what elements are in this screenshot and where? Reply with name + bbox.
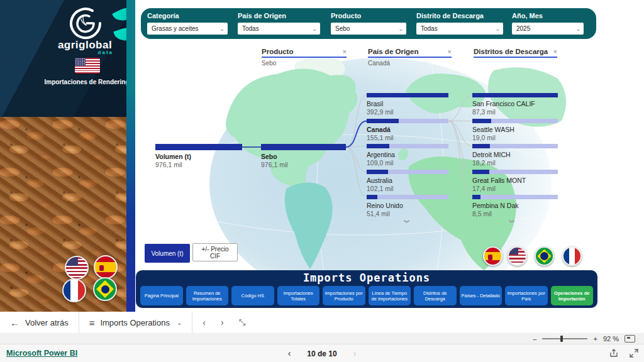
filter-dropdown-distrito[interactable]: Todas ⌄ [416, 23, 503, 35]
agriglobal-logo-icon [69, 6, 103, 43]
tree-node-country[interactable]: Brasil 392,9 mil [367, 93, 448, 116]
close-icon[interactable]: × [553, 48, 557, 55]
nav-importaciones-totales[interactable]: Importaciones Totales [277, 286, 320, 305]
node-label: Argentina [367, 151, 448, 158]
usa-flag-button[interactable] [65, 256, 89, 280]
toolbar-nav-controls: ‹ › ⤡ [192, 312, 255, 333]
report-selector-label: Imports Operations [100, 318, 170, 327]
report-page-nav: Imports Operations Página Principal Resu… [136, 270, 597, 308]
next-page-chevron[interactable]: › [353, 348, 357, 358]
filter-dropdown-producto[interactable]: Sebo ⌄ [331, 23, 406, 35]
tree-header-pais: País de Origen × Canadá [368, 48, 452, 67]
node-bar [367, 170, 448, 174]
report-selector[interactable]: ≡ Imports Operations ⌄ [79, 312, 192, 333]
decomposition-tree: Producto × Sebo País de Origen × Canadá … [142, 44, 601, 272]
node-label: Brasil [367, 100, 448, 107]
filter-value: Sebo [335, 25, 350, 32]
zoom-out-button[interactable]: – [533, 335, 536, 343]
chevron-down-icon: ⌄ [219, 26, 225, 32]
tree-node-sebo[interactable]: Sebo 976,1 mil [261, 144, 346, 168]
tree-header-distritos: Distritos de Descarga × [474, 48, 557, 60]
brazil-flag-button[interactable] [535, 246, 554, 266]
price-cif-toggle-button[interactable]: +/- Precio CIF [192, 243, 238, 261]
france-flag-button[interactable] [562, 246, 582, 266]
close-icon[interactable]: × [448, 48, 452, 55]
back-arrow-icon: ← [10, 317, 19, 328]
back-button[interactable]: ← Volver atrás [0, 312, 79, 333]
filter-dropdown-categoria[interactable]: Grasas y aceites ⌄ [147, 23, 228, 35]
france-flag-button[interactable] [62, 278, 86, 302]
scroll-more-districts-chevron[interactable]: ⌄ [506, 215, 517, 224]
scroll-more-countries-chevron[interactable]: ⌄ [401, 215, 412, 224]
tree-node-district[interactable]: Pembina N Dak 8,5 mil [472, 195, 558, 217]
node-bar [155, 144, 242, 150]
filter-dropdown-anio-mes[interactable]: 2025 ⌄ [512, 23, 584, 35]
collapse-icon[interactable]: ⤡ [239, 317, 245, 327]
tree-node-root[interactable]: Volumen (t) 976,1 mil [155, 144, 242, 168]
sidebar: agriglobal data Importaciones de Renderi… [0, 0, 135, 312]
usa-flag-button[interactable] [508, 246, 527, 266]
volume-measure-button[interactable]: Volumen (t) [145, 244, 190, 263]
fit-to-page-icon[interactable] [625, 335, 635, 343]
tree-node-district[interactable]: Detroit MICH 18,2 mil [472, 144, 558, 167]
tree-header-producto: Producto × Sebo [262, 48, 347, 67]
filter-label: Año, Mes [512, 12, 584, 19]
tree-node-country[interactable]: Reino Unido 51,4 mil [367, 195, 448, 217]
nav-operaciones-importacion[interactable]: Operaciones de Importación [551, 286, 594, 305]
chevron-down-icon: ⌄ [177, 319, 182, 326]
prev-page-chevron[interactable]: ‹ [288, 348, 291, 358]
tree-node-country[interactable]: Australia 102,1 mil [367, 170, 448, 192]
nav-pagina-principal[interactable]: Página Principal [140, 286, 183, 305]
back-label: Volver atrás [25, 318, 69, 327]
tree-node-district[interactable]: Great Falls MONT 17,4 mil [472, 170, 558, 192]
page-nav-buttons: Página Principal Resumen de Importacione… [140, 286, 593, 305]
nav-linea-tiempo[interactable]: Línea de Tiempo de Importaciones [369, 286, 411, 305]
chevron-down-icon: ⌄ [575, 26, 580, 32]
tree-header-subtitle: Canadá [368, 60, 452, 67]
filter-categoria: Categoría Grasas y aceites ⌄ [147, 12, 228, 35]
fullscreen-toggle-icon[interactable] [629, 348, 639, 358]
zoom-slider[interactable] [542, 338, 587, 339]
filter-value: 2025 [516, 25, 530, 32]
brazil-flag-button[interactable] [93, 277, 117, 301]
node-label: Sebo [261, 153, 346, 160]
filter-label: Categoría [147, 12, 228, 19]
tree-node-country-selected[interactable]: Canadá 155,1 mil [367, 119, 448, 141]
filter-bar: Categoría Grasas y aceites ⌄ País de Ori… [141, 8, 596, 39]
node-bar [367, 93, 448, 97]
close-icon[interactable]: × [343, 48, 347, 55]
filter-dropdown-pais-origen[interactable]: Todas ⌄ [238, 23, 320, 35]
node-label: Canadá [367, 126, 448, 133]
tree-node-district[interactable]: San Francisco CALIF 87,3 mil [472, 93, 558, 116]
tree-node-district[interactable]: Seattle WASH 19,0 mil [472, 119, 558, 141]
node-label: Volumen (t) [155, 153, 242, 160]
node-bar [472, 93, 558, 97]
next-page-arrow[interactable]: › [221, 317, 224, 327]
nav-importaciones-producto[interactable]: Importaciones por Producto [323, 286, 365, 305]
spain-flag-button[interactable] [483, 246, 502, 266]
node-value: 109,0 mil [367, 159, 448, 167]
sidebar-caption: Importaciones de Rendering [30, 79, 126, 85]
nav-importaciones-pais[interactable]: Importaciones por País [505, 286, 548, 305]
spain-flag-button[interactable] [94, 255, 118, 279]
node-value: 18,2 mil [472, 159, 558, 167]
zoom-slider-thumb[interactable] [560, 336, 563, 342]
filter-value: Grasas y aceites [152, 25, 198, 32]
tree-header-title: País de Origen [368, 48, 419, 55]
zoom-in-button[interactable]: + [593, 335, 597, 343]
share-icon[interactable] [609, 348, 619, 358]
tree-node-country[interactable]: Argentina 109,0 mil [367, 144, 448, 167]
sidebar-brand-panel: agriglobal data Importaciones de Renderi… [0, 0, 126, 117]
brand-subtitle: data [31, 50, 113, 55]
nav-paises-detallado[interactable]: Países - Detallado [460, 286, 502, 305]
node-bar [472, 195, 558, 199]
prev-page-arrow[interactable]: ‹ [203, 317, 206, 327]
node-bar [472, 119, 558, 123]
nav-distritos-descarga[interactable]: Distritos de Descarga [414, 286, 457, 305]
nav-resumen-importaciones[interactable]: Resumen de Importaciones [186, 286, 229, 305]
chevron-down-icon: ⌄ [495, 26, 500, 32]
nav-codigo-hs[interactable]: Código HS [231, 286, 274, 305]
status-bar: Microsoft Power BI ‹10 de 10› [0, 344, 644, 362]
tree-header-subtitle: Sebo [262, 60, 347, 67]
node-label: Detroit MICH [472, 151, 558, 158]
